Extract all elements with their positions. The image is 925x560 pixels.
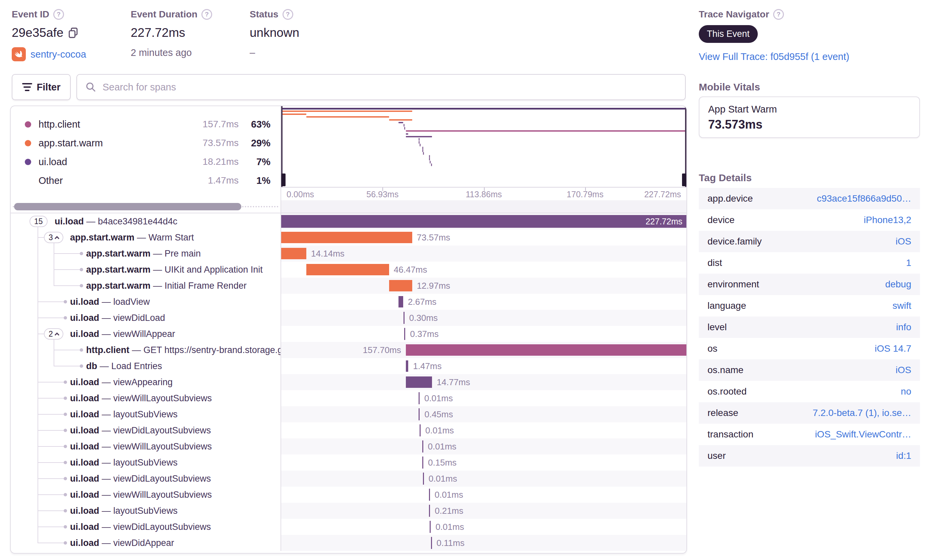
span-duration-tick[interactable] xyxy=(429,489,430,501)
span-duration-tick[interactable] xyxy=(419,408,420,420)
span-duration-tick[interactable] xyxy=(431,537,432,549)
tag-value-link[interactable]: iOS_Swift.ViewContr… xyxy=(815,429,911,440)
scrollbar-thumb[interactable] xyxy=(14,203,241,210)
span-tree-row[interactable]: 3app.start.warm — Warm Start xyxy=(11,230,280,246)
span-tree-row[interactable]: ui.load — viewDidAppear xyxy=(11,535,280,551)
tag-value-link[interactable]: iOS xyxy=(895,236,911,247)
minimap[interactable]: 0.00ms56.93ms113.86ms170.79ms227.72ms xyxy=(281,106,686,200)
span-duration-tick[interactable] xyxy=(419,392,420,404)
legend-item[interactable]: Other1.47ms1% xyxy=(11,171,280,190)
span-bar-row[interactable]: 157.70ms xyxy=(281,342,686,358)
help-icon[interactable]: ? xyxy=(202,9,212,20)
span-tree-row[interactable]: ui.load — layoutSubViews xyxy=(11,406,280,422)
span-tree-row[interactable]: ui.load — viewDidLayoutSubviews xyxy=(11,422,280,438)
help-icon[interactable]: ? xyxy=(283,9,293,20)
view-full-trace-link[interactable]: View Full Trace: f05d955f (1 event) xyxy=(699,51,849,62)
span-duration-tick[interactable] xyxy=(430,521,431,533)
span-bar-row[interactable]: 14.14ms xyxy=(281,246,686,261)
tag-value-link[interactable]: info xyxy=(896,322,911,333)
tag-value-link[interactable]: iOS 14.7 xyxy=(875,343,911,354)
span-bar-row[interactable]: 0.21ms xyxy=(281,503,686,519)
span-bar-row[interactable]: 0.01ms xyxy=(281,390,686,406)
span-expand-badge[interactable]: 2 xyxy=(44,328,63,339)
span-bar-row[interactable]: 0.11ms xyxy=(281,535,686,551)
help-icon[interactable]: ? xyxy=(53,9,64,20)
span-bar-row[interactable]: 227.72ms xyxy=(281,213,686,230)
span-tree-row[interactable]: ui.load — viewDidLoad xyxy=(11,310,280,326)
span-bar-row[interactable]: 0.01ms xyxy=(281,486,686,503)
span-tree-row[interactable]: app.start.warm — UIKit and Application I… xyxy=(11,261,280,278)
span-bar-row[interactable]: 0.01ms xyxy=(281,422,686,438)
span-tree-row[interactable]: ui.load — layoutSubViews xyxy=(11,455,280,471)
span-tree-row[interactable]: ui.load — viewDidLayoutSubviews xyxy=(11,471,280,486)
span-bar-row[interactable]: 0.30ms xyxy=(281,310,686,326)
span-duration-bar[interactable] xyxy=(281,248,306,259)
span-bar-row[interactable]: 1.47ms xyxy=(281,358,686,374)
tag-value-link[interactable]: debug xyxy=(885,279,911,290)
span-tree-row[interactable]: app.start.warm — Pre main xyxy=(11,246,280,261)
span-expand-badge[interactable]: 3 xyxy=(44,232,63,243)
span-tree-row[interactable]: 2ui.load — viewWillAppear xyxy=(11,326,280,342)
span-bar-row[interactable]: 0.15ms xyxy=(281,455,686,471)
span-tree-row[interactable]: 15ui.load — b4ace34981e44d4c xyxy=(11,213,280,230)
span-expand-badge[interactable]: 15 xyxy=(30,216,48,227)
span-bar-row[interactable]: 0.37ms xyxy=(281,326,686,342)
span-tree-row[interactable]: ui.load — viewWillLayoutSubviews xyxy=(11,438,280,455)
legend-item[interactable]: http.client157.7ms63% xyxy=(11,115,280,134)
span-duration-tick[interactable] xyxy=(404,312,405,324)
span-duration-tick[interactable] xyxy=(420,424,420,437)
span-duration-bar[interactable] xyxy=(281,215,686,228)
help-icon[interactable]: ? xyxy=(773,9,784,20)
tag-value-link[interactable]: 7.2.0-beta.7 (1), io.se… xyxy=(813,408,911,418)
span-bar-row[interactable]: 73.57ms xyxy=(281,230,686,246)
span-duration-bar[interactable] xyxy=(406,360,408,372)
minimap-right-handle[interactable] xyxy=(682,174,686,186)
span-tree-row[interactable]: ui.load — viewDidLayoutSubviews xyxy=(11,519,280,535)
span-duration-label: 0.21ms xyxy=(435,503,463,519)
span-duration-bar[interactable] xyxy=(398,296,403,308)
span-tree-row[interactable]: ui.load — layoutSubViews xyxy=(11,503,280,519)
span-tree-row[interactable]: ui.load — viewWillLayoutSubviews xyxy=(11,486,280,503)
span-duration-bar[interactable] xyxy=(281,232,412,243)
tag-value-link[interactable]: c93ace15f866a9d50… xyxy=(817,193,911,204)
span-bar-row[interactable]: 12.97ms xyxy=(281,278,686,294)
span-tree-row[interactable]: ui.load — loadView xyxy=(11,294,280,310)
project-link[interactable]: sentry-cocoa xyxy=(30,49,86,60)
tag-value-link[interactable]: iPhone13,2 xyxy=(864,215,911,225)
tag-value-link[interactable]: 1 xyxy=(906,258,911,268)
tag-key: os.name xyxy=(708,365,895,375)
span-search[interactable] xyxy=(77,74,686,100)
span-bar-row[interactable]: 14.77ms xyxy=(281,374,686,390)
app-start-warm-card[interactable]: App Start Warm 73.573ms xyxy=(699,96,920,138)
span-bar-row[interactable]: 0.01ms xyxy=(281,438,686,455)
minimap-left-handle[interactable] xyxy=(281,174,286,186)
tag-value-link[interactable]: no xyxy=(901,386,911,397)
span-tree-row[interactable]: ui.load — viewAppearing xyxy=(11,374,280,390)
span-tree-row[interactable]: ui.load — viewWillLayoutSubviews xyxy=(11,390,280,406)
span-tree-row[interactable]: db — Load Entries xyxy=(11,358,280,374)
span-duration-tick[interactable] xyxy=(422,456,423,468)
copy-icon[interactable] xyxy=(68,27,79,39)
span-tree-row[interactable]: app.start.warm — Initial Frame Render xyxy=(11,278,280,294)
tag-value-link[interactable]: iOS xyxy=(895,365,911,375)
tag-value-link[interactable]: id:1 xyxy=(896,450,911,461)
legend-item[interactable]: ui.load18.21ms7% xyxy=(11,152,280,171)
span-duration-bar[interactable] xyxy=(406,344,686,356)
span-bar-row[interactable]: 46.47ms xyxy=(281,261,686,278)
span-duration-tick[interactable] xyxy=(423,473,424,485)
span-tree-row[interactable]: http.client — GET https://sentry-brand.s… xyxy=(11,342,280,358)
span-duration-bar[interactable] xyxy=(306,264,389,275)
filter-button[interactable]: Filter xyxy=(12,74,71,100)
span-bar-row[interactable]: 0.45ms xyxy=(281,406,686,422)
span-duration-tick[interactable] xyxy=(429,505,430,517)
span-bar-row[interactable]: 0.01ms xyxy=(281,471,686,486)
tag-value-link[interactable]: swift xyxy=(892,300,911,311)
span-bar-row[interactable]: 0.01ms xyxy=(281,519,686,535)
span-duration-tick[interactable] xyxy=(404,328,405,340)
span-bar-row[interactable]: 2.67ms xyxy=(281,294,686,310)
span-duration-bar[interactable] xyxy=(389,280,412,291)
search-input[interactable] xyxy=(102,82,677,93)
span-duration-bar[interactable] xyxy=(406,377,432,388)
legend-item[interactable]: app.start.warm73.57ms29% xyxy=(11,134,280,152)
span-duration-tick[interactable] xyxy=(422,440,423,452)
